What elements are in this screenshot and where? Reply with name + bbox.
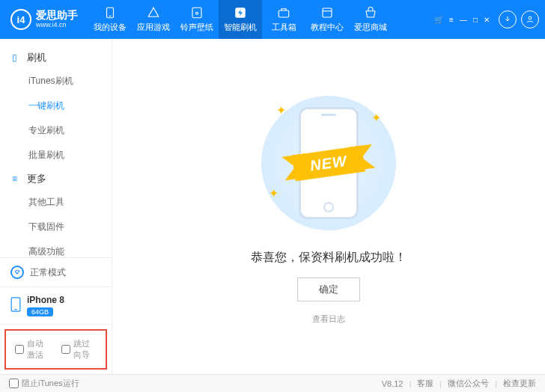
svg-rect-2 [192,7,201,18]
brand-name: 爱思助手 [36,10,78,21]
nav-music[interactable]: 铃声壁纸 [175,0,219,39]
book-icon [320,6,334,19]
cart-icon[interactable]: 🛒 [434,16,443,24]
sidebar-item[interactable]: 下载固件 [0,215,112,239]
flash-icon [234,6,247,19]
nav-apps[interactable]: 应用游戏 [132,0,175,39]
nav-label: 应用游戏 [137,22,170,33]
group-icon: ▯ [12,52,22,63]
nav-phone[interactable]: 我的设备 [88,0,132,39]
block-itunes-checkbox[interactable]: 阻止iTunes运行 [9,378,79,389]
success-illustration: ✦ ✦ ✦ NEW [254,88,404,238]
sidebar-item[interactable]: 高级功能 [0,239,112,257]
nav-label: 智能刷机 [224,22,257,33]
nav-label: 教程中心 [311,22,344,33]
device-row[interactable]: iPhone 8 64GB [0,287,112,325]
apps-icon [147,6,160,19]
top-nav: 我的设备应用游戏铃声壁纸智能刷机工具箱教程中心爱思商城 [88,0,392,39]
mode-row[interactable]: 正常模式 [0,258,112,287]
success-message: 恭喜您，保资料刷机成功啦！ [251,250,407,266]
svg-rect-5 [278,10,289,17]
brand-url: www.i4.cn [36,22,78,29]
footer: 阻止iTunes运行 V8.12 | 客服 | 微信公众号 | 检查更新 [0,374,545,392]
sidebar: ▯刷机iTunes刷机一键刷机专业刷机批量刷机≡更多其他工具下载固件高级功能 正… [0,39,112,374]
main-content: ✦ ✦ ✦ NEW 恭喜您，保资料刷机成功啦！ 确定 查看日志 [112,39,545,374]
close-icon[interactable]: ✕ [484,16,490,24]
download-button[interactable] [499,10,517,28]
sidebar-item[interactable]: 批量刷机 [0,143,112,168]
nav-label: 铃声壁纸 [180,22,213,33]
footer-link-support[interactable]: 客服 [417,378,433,389]
version-label: V8.12 [382,379,404,388]
sidebar-item[interactable]: 专业刷机 [0,118,112,143]
minimize-icon[interactable]: — [460,16,467,24]
maximize-icon[interactable]: □ [473,16,478,24]
window-controls: 🛒 ≡ — □ ✕ [434,0,545,39]
view-log-link[interactable]: 查看日志 [312,313,345,325]
storage-badge: 64GB [27,307,53,316]
group-icon: ≡ [12,174,22,184]
refresh-icon [10,266,24,279]
nav-label: 爱思商城 [354,22,387,33]
highlighted-checkboxes: 自动激活 跳过向导 [4,329,107,370]
sidebar-group: ≡更多 [0,168,112,190]
phone-icon [10,297,21,314]
nav-shop[interactable]: 爱思商城 [349,0,392,39]
music-icon [190,6,204,19]
toolbox-icon [277,6,290,19]
sidebar-item[interactable]: iTunes刷机 [0,69,112,94]
logo-badge: i4 [10,9,31,30]
nav-toolbox[interactable]: 工具箱 [262,0,305,39]
group-title: 刷机 [27,51,46,64]
logo: i4 爱思助手 www.i4.cn [0,9,88,30]
nav-flash[interactable]: 智能刷机 [219,0,262,39]
svg-point-8 [529,16,532,19]
skip-wizard-checkbox[interactable]: 跳过向导 [61,338,97,361]
svg-rect-6 [323,8,332,17]
footer-link-wechat[interactable]: 微信公众号 [448,378,489,389]
footer-link-update[interactable]: 检查更新 [503,378,536,389]
group-title: 更多 [27,172,46,186]
nav-book[interactable]: 教程中心 [305,0,349,39]
shop-icon [364,6,377,19]
body: ▯刷机iTunes刷机一键刷机专业刷机批量刷机≡更多其他工具下载固件高级功能 正… [0,39,545,374]
nav-label: 工具箱 [272,22,296,33]
sidebar-item[interactable]: 一键刷机 [0,94,112,118]
auto-activate-checkbox[interactable]: 自动激活 [15,338,51,361]
device-name: iPhone 8 [27,295,64,305]
nav-label: 我的设备 [94,22,127,33]
phone-icon [103,6,117,19]
header: i4 爱思助手 www.i4.cn 我的设备应用游戏铃声壁纸智能刷机工具箱教程中… [0,0,545,39]
sidebar-group: ▯刷机 [0,46,112,69]
mode-label: 正常模式 [30,266,66,279]
menu-icon[interactable]: ≡ [449,16,454,24]
user-button[interactable] [521,10,539,28]
ok-button[interactable]: 确定 [297,278,360,301]
sidebar-item[interactable]: 其他工具 [0,190,112,215]
svg-point-3 [196,12,198,14]
